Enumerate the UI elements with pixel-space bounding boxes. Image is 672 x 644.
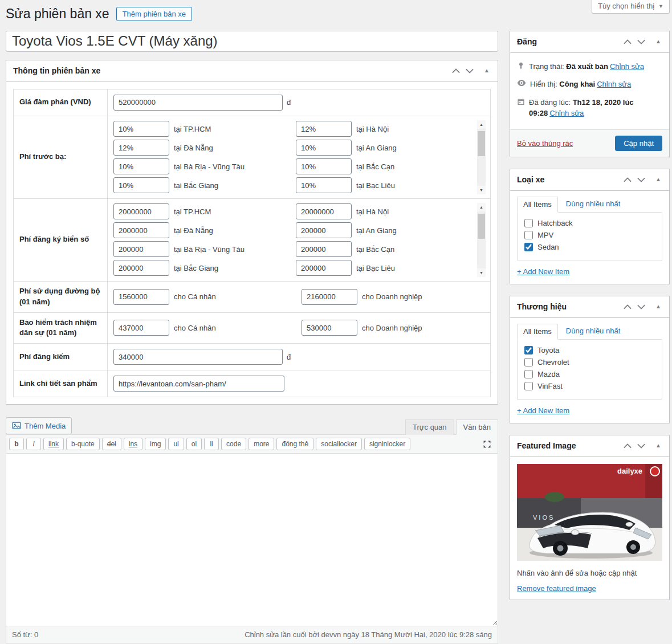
category-item[interactable]: Mazda	[523, 368, 656, 380]
post-title-input[interactable]	[6, 31, 498, 52]
content-textarea[interactable]	[6, 454, 498, 626]
trash-link[interactable]: Bỏ vào thùng rác	[517, 139, 573, 148]
info-metabox-header[interactable]: Thông tin phiên bản xe ▲	[6, 60, 498, 82]
scrollbar[interactable]: ▲ ▼	[477, 203, 486, 277]
checkbox-chevrolet[interactable]	[524, 358, 533, 366]
fee-input[interactable]	[113, 241, 169, 257]
tab-visual[interactable]: Trực quan	[405, 419, 454, 435]
fee-input[interactable]	[296, 158, 352, 174]
category-item[interactable]: MPV	[523, 229, 656, 241]
fee-input[interactable]	[296, 203, 352, 219]
scroll-up-icon[interactable]: ▲	[477, 120, 486, 129]
add-new-button[interactable]: Thêm phiên bản xe	[116, 7, 192, 21]
scrollbar[interactable]: ▲ ▼	[477, 120, 486, 194]
insurance-personal-input[interactable]	[113, 320, 169, 336]
remove-featured-link[interactable]: Remove featured image	[517, 584, 596, 593]
fee-input[interactable]	[113, 121, 169, 137]
insurance-business-input[interactable]	[302, 320, 357, 336]
publish-metabox-header[interactable]: Đăng ▲	[510, 31, 669, 53]
edit-date-link[interactable]: Chỉnh sửa	[549, 109, 584, 117]
qt-close-tags-button[interactable]: đóng thẻ	[276, 438, 313, 450]
road-fee-personal-input[interactable]	[113, 289, 169, 305]
qt-bold-button[interactable]: b	[9, 438, 24, 450]
tab-most-used[interactable]: Dùng nhiều nhất	[566, 199, 620, 212]
category-item[interactable]: Chevrolet	[523, 356, 656, 368]
scrollbar-track[interactable]	[477, 211, 486, 268]
qt-li-button[interactable]: li	[204, 438, 219, 450]
checkbox-toyota[interactable]	[524, 346, 533, 354]
road-fee-business-input[interactable]	[302, 289, 357, 305]
qt-blockquote-button[interactable]: b-quote	[66, 438, 100, 450]
category-item[interactable]: Toyota	[523, 344, 656, 356]
fee-input[interactable]	[296, 177, 352, 193]
collapse-toggle-icon[interactable]: ▲	[653, 441, 663, 450]
fee-input[interactable]	[296, 140, 352, 156]
tab-text[interactable]: Văn bản	[456, 419, 498, 435]
move-up-icon[interactable]	[621, 442, 634, 450]
update-button[interactable]: Cập nhật	[615, 136, 662, 151]
brand-metabox-header[interactable]: Thương hiệu ▲	[510, 296, 669, 318]
scrollbar-thumb[interactable]	[478, 214, 485, 239]
edit-status-link[interactable]: Chỉnh sửa	[610, 62, 644, 71]
qt-ol-button[interactable]: ol	[186, 438, 202, 450]
fee-input[interactable]	[113, 203, 169, 219]
checkbox-vinfast[interactable]	[524, 382, 533, 390]
fee-input[interactable]	[296, 260, 352, 276]
fee-input[interactable]	[113, 177, 169, 193]
fullscreen-icon[interactable]	[479, 438, 495, 450]
add-media-button[interactable]: Thêm Media	[6, 417, 72, 434]
scroll-down-icon[interactable]: ▼	[477, 268, 486, 277]
move-up-icon[interactable]	[621, 303, 634, 311]
scroll-up-icon[interactable]: ▲	[477, 203, 486, 211]
qt-signinlocker-button[interactable]: signinlocker	[364, 438, 410, 450]
checkbox-mazda[interactable]	[524, 370, 533, 378]
tab-all-items[interactable]: All Items	[517, 197, 558, 213]
move-down-icon[interactable]	[635, 303, 647, 311]
qt-code-button[interactable]: code	[221, 438, 246, 450]
featured-image-metabox-header[interactable]: Featured Image ▲	[510, 435, 669, 457]
product-link-input[interactable]	[113, 376, 284, 392]
move-down-icon[interactable]	[635, 442, 647, 450]
scroll-down-icon[interactable]: ▼	[477, 186, 486, 194]
scrollbar-track[interactable]	[477, 129, 486, 186]
tab-all-items[interactable]: All Items	[517, 324, 558, 340]
qt-more-button[interactable]: more	[249, 438, 274, 450]
qt-ins-button[interactable]: ins	[124, 438, 142, 450]
scrollbar-thumb[interactable]	[478, 131, 485, 156]
move-down-icon[interactable]	[635, 38, 647, 46]
fee-input[interactable]	[296, 121, 352, 137]
fee-input[interactable]	[296, 241, 352, 257]
move-up-icon[interactable]	[621, 176, 634, 184]
category-item[interactable]: VinFast	[523, 380, 656, 392]
tab-most-used[interactable]: Dùng nhiều nhất	[566, 327, 620, 339]
qt-italic-button[interactable]: i	[26, 438, 41, 450]
fee-input[interactable]	[113, 222, 169, 238]
move-down-icon[interactable]	[463, 67, 476, 75]
fee-input[interactable]	[113, 260, 169, 276]
qt-del-button[interactable]: del	[102, 438, 121, 450]
move-up-icon[interactable]	[621, 38, 634, 46]
inspection-fee-input[interactable]	[113, 349, 283, 365]
collapse-toggle-icon[interactable]: ▲	[653, 302, 663, 311]
qt-ul-button[interactable]: ul	[168, 438, 184, 450]
add-new-item-link[interactable]: + Add New Item	[517, 267, 569, 276]
collapse-toggle-icon[interactable]: ▲	[482, 66, 492, 75]
checkbox-sedan[interactable]	[524, 243, 533, 251]
featured-image[interactable]: dailyxe VIOS	[517, 464, 662, 561]
collapse-toggle-icon[interactable]: ▲	[653, 37, 663, 46]
fee-input[interactable]	[113, 158, 169, 174]
qt-link-button[interactable]: link	[43, 438, 64, 450]
fee-input[interactable]	[113, 140, 169, 156]
car-type-metabox-header[interactable]: Loại xe ▲	[510, 169, 669, 191]
move-down-icon[interactable]	[635, 176, 647, 184]
category-item[interactable]: Hatchback	[523, 217, 656, 229]
fee-input[interactable]	[296, 222, 352, 238]
qt-img-button[interactable]: img	[145, 438, 166, 450]
qt-sociallocker-button[interactable]: sociallocker	[316, 438, 362, 450]
move-up-icon[interactable]	[450, 67, 462, 75]
price-input[interactable]	[113, 95, 283, 111]
add-new-item-link[interactable]: + Add New Item	[517, 406, 569, 415]
screen-options-button[interactable]: Tùy chọn hiển thị ▼	[592, 0, 670, 14]
edit-visibility-link[interactable]: Chỉnh sửa	[597, 80, 631, 88]
collapse-toggle-icon[interactable]: ▲	[653, 175, 663, 184]
